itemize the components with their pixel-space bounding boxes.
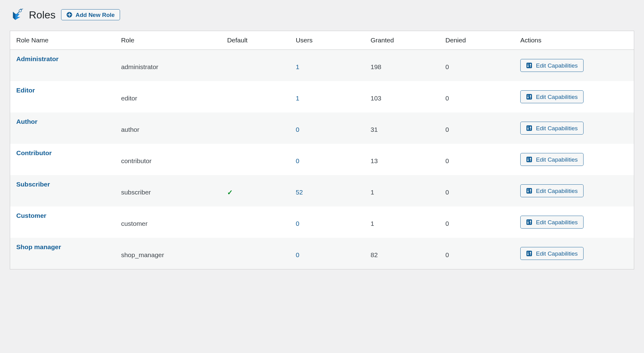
table-row: Shop managershop_manager0820Edit Capabil… (10, 238, 634, 269)
table-row: Subscribersubscriber✓5210Edit Capabiliti… (10, 175, 634, 206)
table-row: Administratoradministrator11980Edit Capa… (10, 50, 634, 81)
users-count-link[interactable]: 1 (296, 95, 299, 102)
users-count-link[interactable]: 0 (296, 157, 299, 164)
cell-role-slug: subscriber (116, 175, 222, 206)
col-header-role-name[interactable]: Role Name (10, 31, 116, 50)
users-count-link[interactable]: 0 (296, 251, 299, 258)
cell-denied: 0 (440, 144, 515, 175)
col-header-role[interactable]: Role (116, 31, 222, 50)
cell-actions: Edit Capabilities (515, 238, 634, 269)
users-count-link[interactable]: 0 (296, 220, 299, 227)
users-count-link[interactable]: 1 (296, 63, 299, 70)
sliders-icon (526, 125, 532, 131)
cell-denied: 0 (440, 81, 515, 112)
edit-capabilities-button[interactable]: Edit Capabilities (520, 59, 584, 72)
svg-rect-13 (527, 97, 529, 98)
cell-granted: 103 (366, 81, 440, 112)
page-title: Roles (29, 9, 56, 21)
add-new-role-label: Add New Role (76, 12, 115, 18)
cell-users: 52 (291, 175, 366, 206)
edit-capabilities-label: Edit Capabilities (536, 219, 578, 225)
svg-rect-39 (530, 252, 531, 253)
edit-capabilities-label: Edit Capabilities (536, 125, 578, 131)
svg-rect-18 (527, 128, 529, 129)
svg-rect-35 (526, 251, 532, 256)
svg-rect-10 (526, 94, 532, 100)
add-new-role-button[interactable]: Add New Role (61, 9, 120, 20)
svg-rect-23 (527, 160, 529, 161)
svg-rect-30 (526, 219, 532, 225)
cell-granted: 1 (366, 175, 440, 206)
cell-denied: 0 (440, 238, 515, 269)
svg-rect-20 (526, 157, 532, 162)
svg-rect-38 (527, 254, 529, 255)
cell-actions: Edit Capabilities (515, 50, 634, 81)
cell-default (222, 81, 291, 112)
cell-granted: 1 (366, 206, 440, 238)
plus-circle-icon (66, 12, 72, 18)
svg-line-1 (17, 12, 19, 14)
col-header-actions: Actions (515, 31, 634, 50)
cell-users: 0 (291, 206, 366, 238)
role-name-link[interactable]: Customer (16, 212, 46, 219)
table-header-row: Role Name Role Default Users Granted Den… (10, 31, 634, 50)
col-header-granted[interactable]: Granted (366, 31, 440, 50)
sliders-icon (526, 94, 532, 100)
edit-capabilities-button[interactable]: Edit Capabilities (520, 153, 584, 166)
table-row: Editoreditor11030Edit Capabilities (10, 81, 634, 112)
cell-role-name: Author (10, 112, 116, 144)
role-name-link[interactable]: Subscriber (16, 181, 50, 188)
table-row: Authorauthor0310Edit Capabilities (10, 112, 634, 144)
cell-actions: Edit Capabilities (515, 144, 634, 175)
sliders-icon (526, 156, 532, 163)
cell-default: ✓ (222, 175, 291, 206)
users-count-link[interactable]: 0 (296, 126, 299, 133)
cell-actions: Edit Capabilities (515, 206, 634, 238)
cell-granted: 31 (366, 112, 440, 144)
edit-capabilities-button[interactable]: Edit Capabilities (520, 184, 584, 197)
cell-default (222, 206, 291, 238)
svg-point-0 (19, 10, 21, 12)
svg-rect-5 (526, 63, 532, 68)
col-header-default[interactable]: Default (222, 31, 291, 50)
svg-rect-9 (530, 64, 531, 65)
svg-rect-15 (526, 125, 532, 131)
role-name-link[interactable]: Shop manager (16, 243, 61, 251)
svg-rect-33 (527, 222, 529, 223)
role-name-link[interactable]: Editor (16, 87, 35, 94)
roles-table: Role Name Role Default Users Granted Den… (10, 31, 634, 269)
col-header-users[interactable]: Users (291, 31, 366, 50)
sliders-icon (526, 219, 532, 225)
users-count-link[interactable]: 52 (296, 189, 303, 196)
edit-capabilities-button[interactable]: Edit Capabilities (520, 90, 584, 103)
role-name-link[interactable]: Author (16, 118, 37, 125)
cell-default (222, 144, 291, 175)
app-icon (11, 9, 23, 21)
cell-users: 1 (291, 50, 366, 81)
cell-default (222, 50, 291, 81)
sliders-icon (526, 62, 532, 69)
table-row: Contributorcontributor0130Edit Capabilit… (10, 144, 634, 175)
edit-capabilities-button[interactable]: Edit Capabilities (520, 122, 584, 135)
cell-role-slug: editor (116, 81, 222, 112)
table-row: Customercustomer010Edit Capabilities (10, 206, 634, 238)
sliders-icon (526, 250, 532, 257)
svg-rect-24 (530, 158, 531, 159)
cell-actions: Edit Capabilities (515, 81, 634, 112)
edit-capabilities-label: Edit Capabilities (536, 94, 578, 100)
sliders-icon (526, 188, 532, 194)
cell-denied: 0 (440, 206, 515, 238)
role-name-link[interactable]: Administrator (16, 55, 59, 63)
role-name-link[interactable]: Contributor (16, 149, 52, 157)
edit-capabilities-button[interactable]: Edit Capabilities (520, 247, 584, 260)
col-header-denied[interactable]: Denied (440, 31, 515, 50)
cell-role-name: Contributor (10, 144, 116, 175)
cell-role-name: Editor (10, 81, 116, 112)
cell-granted: 13 (366, 144, 440, 175)
cell-denied: 0 (440, 112, 515, 144)
svg-rect-34 (530, 221, 531, 222)
cell-granted: 198 (366, 50, 440, 81)
svg-rect-25 (526, 188, 532, 194)
cell-granted: 82 (366, 238, 440, 269)
edit-capabilities-button[interactable]: Edit Capabilities (520, 216, 584, 229)
